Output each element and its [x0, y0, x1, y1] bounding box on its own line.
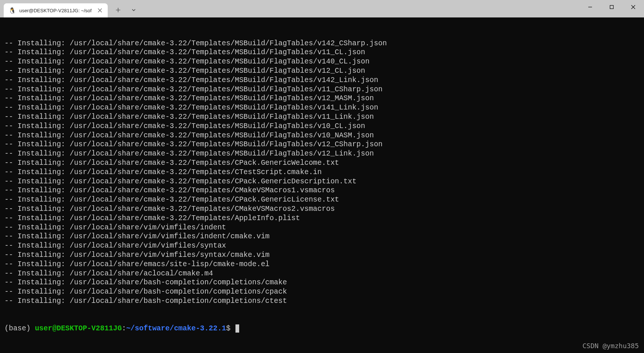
terminal-line: -- Installing: /usr/local/share/cmake-3.…	[4, 57, 640, 66]
terminal-line: -- Installing: /usr/local/share/cmake-3.…	[4, 149, 640, 158]
close-button[interactable]	[622, 0, 644, 14]
terminal-line: -- Installing: /usr/local/share/vim/vimf…	[4, 241, 640, 251]
terminal-line: -- Installing: /usr/local/share/vim/vimf…	[4, 223, 640, 232]
titlebar: 🐧 user@DESKTOP-V2811JG: ~/sof	[0, 0, 644, 17]
watermark: CSDN @ymzhu385	[582, 341, 639, 351]
terminal-line: -- Installing: /usr/local/share/cmake-3.…	[4, 48, 640, 57]
prompt-base: (base)	[4, 324, 35, 333]
terminal-line: -- Installing: /usr/local/share/vim/vimf…	[4, 251, 640, 260]
tux-icon: 🐧	[9, 7, 16, 14]
terminal-line: -- Installing: /usr/local/share/bash-com…	[4, 287, 640, 297]
tabs-area: 🐧 user@DESKTOP-V2811JG: ~/sof	[0, 0, 140, 17]
terminal-line: -- Installing: /usr/local/share/cmake-3.…	[4, 103, 640, 112]
terminal-line: -- Installing: /usr/local/share/cmake-3.…	[4, 177, 640, 186]
terminal-line: -- Installing: /usr/local/share/cmake-3.…	[4, 66, 640, 76]
window-controls	[579, 0, 644, 14]
terminal-line: -- Installing: /usr/local/share/cmake-3.…	[4, 140, 640, 149]
prompt-line: (base) user@DESKTOP-V2811JG:~/software/c…	[4, 324, 640, 333]
terminal-line: -- Installing: /usr/local/share/cmake-3.…	[4, 186, 640, 195]
maximize-button[interactable]	[601, 0, 622, 14]
tab-dropdown-button[interactable]	[127, 3, 140, 17]
terminal-line: -- Installing: /usr/local/share/vim/vimf…	[4, 232, 640, 241]
prompt-colon: :	[122, 324, 126, 333]
terminal-line: -- Installing: /usr/local/share/cmake-3.…	[4, 122, 640, 131]
terminal-line: -- Installing: /usr/local/share/cmake-3.…	[4, 205, 640, 214]
terminal-line: -- Installing: /usr/local/share/aclocal/…	[4, 269, 640, 278]
terminal-line: -- Installing: /usr/local/share/cmake-3.…	[4, 76, 640, 85]
new-tab-button[interactable]	[111, 3, 125, 17]
prompt-path: ~/software/cmake-3.22.1	[126, 324, 226, 333]
terminal-output[interactable]: -- Installing: /usr/local/share/cmake-3.…	[0, 17, 644, 353]
tab-active[interactable]: 🐧 user@DESKTOP-V2811JG: ~/sof	[4, 3, 108, 17]
terminal-line: -- Installing: /usr/local/share/cmake-3.…	[4, 168, 640, 177]
cursor	[235, 324, 239, 333]
svg-rect-0	[610, 6, 614, 9]
terminal-line: -- Installing: /usr/local/share/cmake-3.…	[4, 131, 640, 140]
tab-close-button[interactable]	[97, 7, 103, 14]
terminal-line: -- Installing: /usr/local/share/cmake-3.…	[4, 94, 640, 103]
terminal-window: 🐧 user@DESKTOP-V2811JG: ~/sof	[0, 0, 644, 353]
terminal-line: -- Installing: /usr/local/share/cmake-3.…	[4, 195, 640, 205]
tab-title: user@DESKTOP-V2811JG: ~/sof	[19, 8, 94, 13]
prompt-dollar: $	[226, 324, 231, 333]
terminal-line: -- Installing: /usr/local/share/cmake-3.…	[4, 158, 640, 168]
terminal-line: -- Installing: /usr/local/share/cmake-3.…	[4, 39, 640, 48]
terminal-line: -- Installing: /usr/local/share/emacs/si…	[4, 260, 640, 269]
terminal-line: -- Installing: /usr/local/share/bash-com…	[4, 278, 640, 287]
terminal-line: -- Installing: /usr/local/share/bash-com…	[4, 297, 640, 306]
terminal-line: -- Installing: /usr/local/share/cmake-3.…	[4, 85, 640, 94]
minimize-button[interactable]	[579, 0, 601, 14]
terminal-line: -- Installing: /usr/local/share/cmake-3.…	[4, 214, 640, 223]
terminal-line: -- Installing: /usr/local/share/cmake-3.…	[4, 112, 640, 122]
prompt-user-host: user@DESKTOP-V2811JG	[35, 324, 122, 333]
